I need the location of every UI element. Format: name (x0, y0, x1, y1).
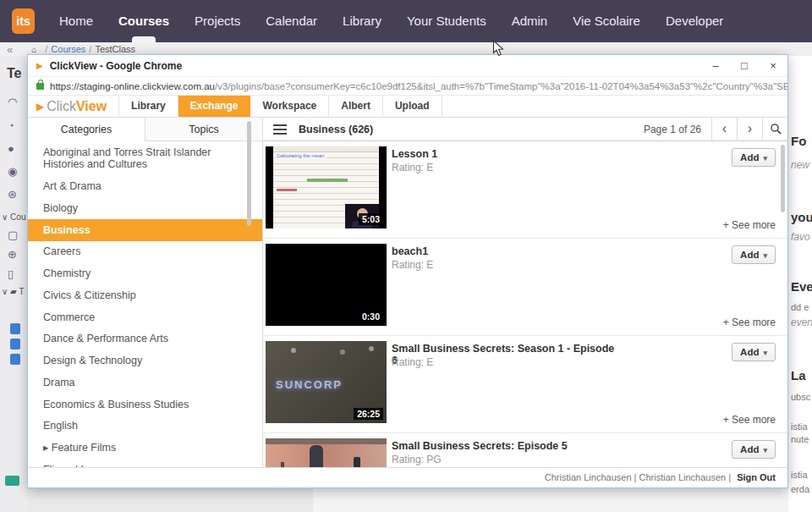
add-button[interactable]: Add▾ (732, 440, 776, 459)
mouse-cursor (492, 40, 504, 57)
top-nav-item[interactable]: Projects (182, 0, 253, 42)
video-thumbnail[interactable]: Calculating the mean 5:03 (266, 146, 387, 228)
video-row: SUNCORP 26:25 Small Business Secrets: Se… (263, 336, 787, 433)
clickview-tab-bar: ▶ Click View LibraryExchangeWorkspaceAlb… (28, 96, 787, 118)
category-label: Careers (43, 245, 80, 257)
category-item[interactable]: Art & Drama (28, 176, 262, 198)
category-label: Aboriginal and Torres Strait Islander Hi… (43, 146, 211, 171)
search-button[interactable] (762, 118, 787, 141)
url-path: /v3/plugins/base?consumerKey=c6c10e9df12… (215, 81, 787, 91)
window-titlebar[interactable]: ▶ ClickView - Google Chrome – □ × (28, 55, 787, 77)
video-title[interactable]: beach1 (392, 245, 618, 257)
screen: its HomeCoursesProjectsCalendarLibraryYo… (0, 0, 812, 512)
category-item[interactable]: ▸ Feature Films (28, 438, 262, 460)
maximize-button[interactable]: □ (730, 55, 759, 77)
top-nav-item[interactable]: Developer (653, 0, 736, 42)
bg-text-fragment: La (791, 368, 806, 383)
app-tab[interactable]: Workspace (250, 96, 329, 117)
category-item[interactable]: English (28, 416, 262, 438)
video-title[interactable]: Small Business Secrets: Episode 5 (392, 440, 618, 452)
video-row: Calculating the mean 5:03 Lesson 1 Ratin… (263, 141, 787, 239)
video-thumbnail[interactable]: SUNCORP 26:25 (266, 341, 387, 423)
top-nav-item[interactable]: Vie Scolaire (560, 0, 653, 42)
top-nav-item[interactable]: Library (330, 0, 394, 42)
rail-icon (10, 339, 20, 350)
add-button[interactable]: Add▾ (732, 245, 776, 264)
video-title[interactable]: Lesson 1 (392, 148, 618, 160)
rail-icon: ◠ (8, 96, 17, 108)
category-item[interactable]: Design & Technology (28, 350, 262, 372)
home-icon[interactable]: ⌂ (31, 45, 36, 54)
address-bar[interactable]: https://staging-online.clickview.com.au/… (28, 77, 787, 96)
see-more-link[interactable]: + See more (723, 219, 776, 231)
breadcrumb-courses-link[interactable]: Courses (51, 44, 85, 54)
rail-icon: ▯ (8, 268, 14, 280)
category-item[interactable]: Chemistry (28, 263, 262, 285)
bg-text-fragment: even (791, 317, 812, 328)
app-tab[interactable]: Upload (383, 96, 442, 117)
category-label: Commerce (43, 311, 95, 323)
rail-icon (5, 476, 19, 486)
https-lock-icon[interactable] (36, 83, 44, 90)
category-label: English (43, 420, 78, 432)
sidebar-tab[interactable]: Categories (28, 118, 145, 141)
category-label: Business (43, 224, 91, 236)
sidebar-scrollbar-thumb[interactable] (247, 121, 251, 226)
sidebar-tabs: CategoriesTopics (28, 118, 262, 141)
category-label: Drama (43, 377, 75, 388)
previous-page-button[interactable]: ‹ (711, 118, 737, 141)
category-item[interactable]: Economics & Business Studies (28, 394, 262, 416)
rail-icon: ⊕ (8, 249, 17, 261)
app-tabs: LibraryExchangeWorkspaceAlbertUpload (118, 96, 442, 117)
add-button[interactable]: Add▾ (732, 148, 776, 167)
itslearning-logo[interactable]: its (12, 8, 35, 34)
background-bottom-panel (313, 488, 788, 512)
category-item[interactable]: Flipped Lessons (28, 459, 262, 467)
menu-icon[interactable] (273, 124, 287, 135)
see-more-link[interactable]: + See more (723, 317, 776, 328)
see-more-link[interactable]: + See more (723, 414, 776, 426)
category-item[interactable]: Dance & Performance Arts (28, 328, 262, 350)
bg-text-fragment: erda (791, 484, 809, 494)
categories-sidebar: CategoriesTopics Aboriginal and Torres S… (28, 118, 263, 467)
category-item[interactable]: Biology (28, 197, 262, 219)
next-page-button[interactable]: › (737, 118, 762, 141)
collapse-sidebar-icon[interactable]: « (7, 43, 13, 56)
close-button[interactable]: × (759, 55, 787, 77)
app-tab[interactable]: Library (118, 96, 178, 117)
sign-out-link[interactable]: Sign Out (737, 472, 776, 482)
content-scrollbar-thumb[interactable] (781, 145, 785, 212)
category-item[interactable]: Civics & Citizenship (28, 284, 262, 306)
clickview-play-icon: ▶ (36, 101, 44, 113)
duration-badge: 0:30 (359, 311, 383, 322)
search-icon (770, 123, 782, 135)
category-item[interactable]: Careers (28, 241, 262, 263)
category-label: Economics & Business Studies (43, 399, 189, 410)
top-nav-item[interactable]: Courses (106, 0, 182, 42)
caret-down-icon: ▾ (763, 446, 767, 454)
add-button[interactable]: Add▾ (732, 343, 776, 361)
sidebar-tab[interactable]: Topics (145, 118, 262, 141)
category-item[interactable]: Drama (28, 372, 262, 394)
video-thumbnail[interactable] (266, 438, 387, 467)
bg-text-fragment: nute (791, 434, 809, 444)
category-item[interactable]: Aboriginal and Torres Strait Islander Hi… (28, 141, 262, 176)
bg-text-fragment: favo (791, 231, 810, 243)
video-rating: Rating: PG (392, 454, 442, 465)
minimize-button[interactable]: – (701, 55, 730, 77)
app-tab[interactable]: Exchange (178, 96, 251, 117)
top-nav-item[interactable]: Home (47, 0, 106, 42)
logged-in-user: Christian Linchausen | Christian Linchau… (545, 472, 731, 482)
category-item[interactable]: Business (28, 219, 262, 241)
window-title: ClickView - Google Chrome (50, 60, 182, 72)
category-item[interactable]: Commerce (28, 306, 262, 328)
app-tab[interactable]: Albert (329, 96, 383, 117)
top-nav-item[interactable]: Admin (499, 0, 561, 42)
slide-heading: Calculating the mean (277, 153, 326, 159)
top-nav-item[interactable]: Calendar (253, 0, 330, 42)
video-thumbnail[interactable]: 0:30 (266, 244, 387, 326)
top-nav-item[interactable]: Your Students (394, 0, 499, 42)
category-label: Design & Technology (43, 355, 142, 366)
video-rating: Rating: E (392, 356, 433, 368)
clickview-logo: ▶ Click View (28, 96, 118, 117)
